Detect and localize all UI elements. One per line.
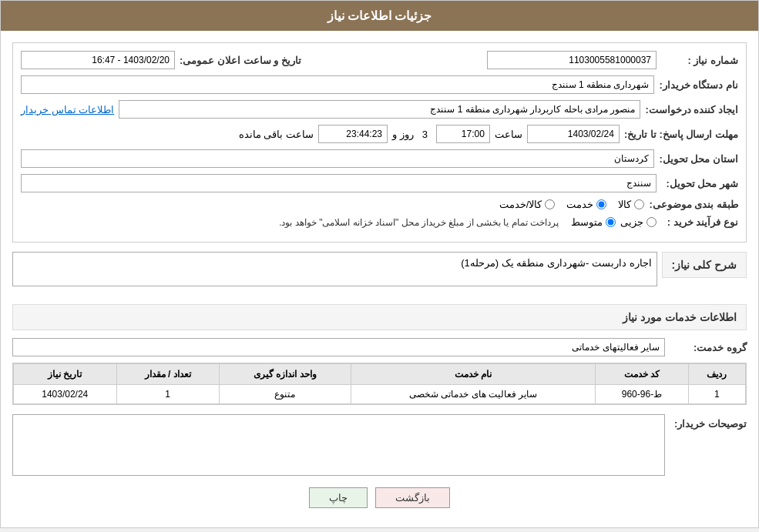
tabaqe-khadamat-radio[interactable] [596, 199, 606, 209]
main-info-section: شماره نیاز : تاریخ و ساعت اعلان عمومی: ن… [12, 42, 747, 243]
page-title: جزئیات اطلاعات نیاز [327, 9, 432, 22]
mohlat-saat-manda-label: ساعت باقی مانده [239, 129, 314, 140]
mohlat-time-input[interactable] [436, 125, 490, 143]
nooe-motavaset-label[interactable]: متوسط [571, 216, 616, 228]
tabaqe-kala-khadamat-radio[interactable] [545, 199, 555, 209]
tarikh-saat-input[interactable] [21, 51, 175, 69]
ostan-label: استان محل تحویل: [659, 153, 738, 165]
tabaqe-row: طبقه بندی موضوعی: کالا خدمت کالا/خدمت [21, 199, 738, 210]
tamas-kharidad-link[interactable]: اطلاعات تماس خریدار [21, 104, 114, 115]
bazgasht-button[interactable]: بازگشت [375, 487, 450, 508]
ostan-row: استان محل تحویل: [21, 149, 738, 168]
shahr-row: شهر محل تحویل: [21, 174, 738, 192]
nooe-jazii-text: جزیی [620, 216, 643, 228]
khadamat-table-container: ردیف کد خدمت نام خدمت واحد اندازه گیری ت… [12, 363, 747, 405]
col-radif: ردیف [688, 364, 745, 385]
sharh-section-title: شرح کلی نیاز: [662, 252, 747, 278]
shomara-niaz-label: شماره نیاز : [661, 55, 738, 66]
button-row: بازگشت چاپ [12, 487, 747, 508]
khadamat-section-title: اطلاعات خدمات مورد نیاز [12, 304, 747, 330]
mohlat-time-label: ساعت [495, 129, 522, 140]
ijad-konande-label: ایجاد کننده درخواست: [645, 104, 738, 115]
mohlat-label: مهلت ارسال پاسخ: تا تاریخ: [624, 129, 738, 140]
mohlat-roz-label: روز و [392, 129, 414, 140]
mohlat-roz: 3 [418, 129, 432, 140]
nooe-motavaset-radio[interactable] [606, 217, 616, 227]
shahr-label: شهر محل تحویل: [661, 178, 738, 189]
shomara-row: شماره نیاز : تاریخ و ساعت اعلان عمومی: [21, 51, 738, 69]
dastgah-row: نام دستگاه خریدار: [21, 75, 738, 94]
ijad-konande-row: ایجاد کننده درخواست: اطلاعات تماس خریدار [21, 100, 738, 119]
sharh-container: اجاره داربست -شهرداری منطقه یک (مرحله1) [12, 252, 657, 286]
nooe-note: پرداخت تمام یا بخشی از مبلغ خریداز محل "… [279, 217, 559, 228]
page-container: جزئیات اطلاعات نیاز شماره نیاز : تاریخ و… [0, 0, 759, 528]
sharh-section-row: شرح کلی نیاز: اجاره داربست -شهرداری منطق… [12, 252, 747, 286]
dastgah-input[interactable] [21, 75, 654, 94]
col-vahed: واحد اندازه گیری [219, 364, 351, 385]
ostan-input[interactable] [21, 149, 654, 168]
tabaqe-kala-label[interactable]: کالا [618, 199, 644, 210]
tosaifat-label: توصیحات خریدار: [670, 414, 747, 430]
tabaqe-kala-khadamat-text: کالا/خدمت [499, 199, 542, 210]
tabaqe-kala-khadamat-label[interactable]: کالا/خدمت [499, 199, 556, 210]
sharh-value: اجاره داربست -شهرداری منطقه یک (مرحله1) [461, 257, 651, 269]
cell-vahed: متنوع [219, 385, 351, 404]
tosaifat-textarea[interactable] [12, 414, 665, 476]
dastgah-label: نام دستگاه خریدار: [659, 79, 738, 91]
table-row: 1 ط-96-960 سایر فعالیت های خدماتی شخصی م… [14, 385, 746, 404]
mohlat-row: مهلت ارسال پاسخ: تا تاریخ: ساعت 3 روز و … [21, 125, 738, 143]
shahr-input[interactable] [21, 174, 657, 192]
group-khadamat-row: گروه خدمت: [12, 338, 747, 356]
page-header: جزئیات اطلاعات نیاز [1, 1, 758, 31]
col-tarikh: تاریخ نیاز [14, 364, 117, 385]
tarikh-saat-label: تاریخ و ساعت اعلان عمومی: [180, 55, 301, 66]
tabaqe-radio-group: کالا خدمت کالا/خدمت [499, 199, 645, 210]
tabaqe-khadamat-label[interactable]: خدمت [566, 199, 606, 210]
nooe-jazii-radio[interactable] [646, 217, 657, 227]
group-khadamat-label: گروه خدمت: [670, 342, 747, 353]
nooe-jazii-label[interactable]: جزیی [620, 216, 657, 228]
cell-kod-khadamat: ط-96-960 [596, 385, 688, 404]
table-header-row: ردیف کد خدمت نام خدمت واحد اندازه گیری ت… [14, 364, 746, 385]
mohlat-date-input[interactable] [527, 125, 620, 143]
tabaqe-kala-radio[interactable] [634, 199, 644, 209]
cell-nam-khadamat: سایر فعالیت های خدماتی شخصی [351, 385, 596, 404]
tabaqe-khadamat-text: خدمت [566, 199, 593, 210]
ijad-konande-input[interactable] [119, 100, 640, 119]
shomara-niaz-input[interactable] [487, 51, 657, 69]
group-khadamat-input[interactable] [12, 338, 665, 356]
mohlat-countdown-input[interactable] [318, 125, 388, 143]
tabaqe-kala-text: کالا [618, 199, 631, 210]
nooe-farayand-row: نوع فرآیند خرید : جزیی متوسط پرداخت تمام… [21, 216, 738, 228]
chap-button[interactable]: چاپ [309, 487, 368, 508]
nooe-farayand-label: نوع فرآیند خرید : [661, 216, 738, 228]
col-nam-khadamat: نام خدمت [351, 364, 596, 385]
cell-radif: 1 [688, 385, 745, 404]
col-kod-khadamat: کد خدمت [596, 364, 688, 385]
content-area: شماره نیاز : تاریخ و ساعت اعلان عمومی: ن… [1, 31, 758, 527]
cell-tedad: 1 [116, 385, 219, 404]
nooe-motavaset-text: متوسط [571, 216, 603, 228]
khadamat-table: ردیف کد خدمت نام خدمت واحد اندازه گیری ت… [13, 363, 746, 404]
col-tedad: تعداد / مقدار [116, 364, 219, 385]
tabaqe-label: طبقه بندی موضوعی: [649, 199, 738, 210]
tosaifat-row: توصیحات خریدار: [12, 414, 747, 476]
cell-tarikh: 1403/02/24 [14, 385, 117, 404]
